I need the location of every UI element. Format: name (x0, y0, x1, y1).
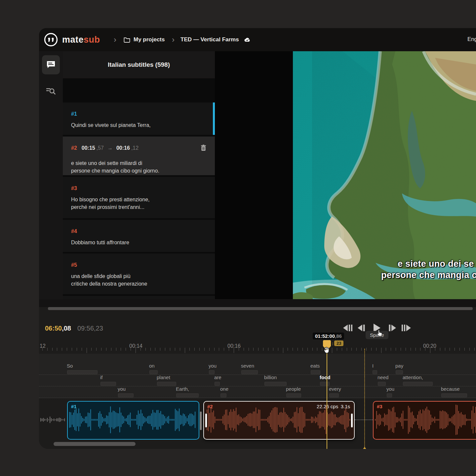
video-preview[interactable]: e siete uno dei se persone che mangia c (293, 51, 476, 299)
ruler-major-tick (234, 348, 234, 353)
word-label[interactable]: people (286, 386, 301, 392)
word-timing-bar[interactable] (209, 370, 215, 374)
word-timing-bar[interactable] (378, 382, 386, 386)
subtitle-item-6[interactable]: #6 Dove sei!? Dove sei!? (63, 296, 215, 299)
word-label[interactable]: need (377, 375, 388, 380)
step-back-button[interactable] (355, 323, 367, 333)
start-time[interactable]: 00:15 (82, 145, 95, 151)
matesub-logo[interactable]: matesub (44, 32, 100, 47)
subtitle-block-1[interactable]: #1 (67, 401, 199, 440)
ruler-minor-tick (145, 348, 146, 351)
word-label[interactable]: you (386, 386, 394, 392)
ruler-minor-tick (386, 348, 386, 351)
word-timing-bar[interactable] (149, 370, 158, 374)
word-label[interactable]: if (100, 375, 103, 380)
word-timing-bar[interactable] (215, 382, 220, 386)
end-time[interactable]: 00:16 (116, 145, 130, 151)
word-timing-bar[interactable] (403, 382, 433, 386)
word-timing-bar[interactable] (100, 382, 116, 386)
subtitle-text[interactable]: persone che mangia cibo ogni giorno. (71, 167, 207, 175)
lead-in-waveform (39, 416, 67, 425)
subtitle-item-1[interactable]: #1 Quindi se vivete sul pianeta Terra, (63, 102, 215, 135)
horizontal-scrollbar[interactable] (48, 307, 473, 310)
playhead-line[interactable] (327, 350, 327, 449)
word-label[interactable]: you (209, 363, 217, 369)
word-label[interactable]: every (329, 386, 341, 392)
word-timing-bar[interactable] (320, 382, 330, 386)
delete-subtitle-button[interactable] (201, 144, 206, 152)
word-label[interactable]: eats (310, 363, 320, 369)
word-timing-bar[interactable] (329, 393, 339, 397)
word-label[interactable]: because (441, 386, 460, 392)
word-label[interactable]: seven (241, 363, 254, 369)
word-timing-bar[interactable] (286, 393, 301, 397)
subtitle-text[interactable]: una delle sfide globali più (71, 272, 207, 280)
subtitle-item-5[interactable]: #5 una delle sfide globali più critiche … (63, 254, 215, 294)
word-timing-bar[interactable] (241, 370, 258, 374)
word-label[interactable]: billion (264, 375, 277, 380)
skip-forward-icon (401, 324, 411, 332)
block-number-label: #1 (71, 404, 77, 409)
block-end-handle[interactable] (350, 413, 353, 428)
word-label[interactable]: So (67, 363, 73, 369)
word-timing-bar[interactable] (311, 370, 320, 374)
subtitle-text[interactable]: Ho bisogno che presti attenzione, (71, 196, 207, 203)
word-timing-bar[interactable] (264, 382, 287, 386)
subtitles-panel-button[interactable] (42, 55, 60, 74)
subtitle-end-guide-marker[interactable] (362, 447, 367, 449)
word-label[interactable]: Earth, (176, 386, 189, 392)
word-timing-bar[interactable] (441, 393, 467, 397)
skip-back-button[interactable] (342, 323, 354, 333)
block-start-handle[interactable] (205, 413, 208, 428)
subtitle-text[interactable]: e siete uno dei sette miliardi di (71, 159, 207, 167)
timeline-ruler[interactable] (39, 348, 476, 354)
subtitle-timecodes[interactable]: 00:15,57 → 00:16,12 (82, 145, 139, 151)
breadcrumb-my-projects[interactable]: My projects (124, 28, 165, 51)
word-label[interactable]: planet (157, 375, 170, 380)
language-menu[interactable]: Eng (467, 36, 476, 43)
ruler-minor-tick (77, 348, 77, 351)
skip-forward-button[interactable] (400, 323, 412, 333)
word-label[interactable]: food (320, 375, 330, 380)
ruler-minor-tick (101, 348, 101, 351)
word-label[interactable]: on (149, 363, 155, 369)
step-forward-button[interactable] (387, 323, 399, 333)
word-label[interactable]: I (372, 363, 374, 369)
ruler-minor-tick (42, 348, 43, 351)
subtitle-item-2[interactable]: #2 00:15,57 → 00:16,12 (63, 137, 215, 175)
ruler-minor-tick (150, 348, 151, 351)
word-timing-bar[interactable] (118, 393, 134, 397)
word-timing-bar[interactable] (157, 382, 176, 386)
subtitle-text[interactable]: critiche della nostra generazione (71, 280, 207, 288)
word-timing-bar[interactable] (220, 393, 226, 397)
ruler-minor-tick (229, 348, 229, 351)
block-boundary-handle[interactable] (200, 412, 202, 430)
subtitle-text[interactable]: perché nei prossimi trent'anni... (71, 203, 207, 211)
subtitle-text[interactable]: Quindi se vivete sul pianeta Terra, (71, 121, 207, 129)
video-subtitle-overlay-line1: e siete uno dei se (398, 259, 474, 269)
ruler-minor-tick (121, 348, 121, 351)
word-timing-bar[interactable] (396, 370, 403, 374)
ruler-minor-tick (214, 348, 215, 351)
word-timing-bar[interactable] (387, 393, 392, 397)
waveform (374, 402, 476, 438)
subtitle-text[interactable]: Dobbiamo tutti affrontare (71, 239, 207, 246)
word-timing-bar[interactable] (373, 370, 377, 374)
subtitle-block-3[interactable]: #3 (373, 401, 476, 440)
word-timing-bar[interactable] (67, 370, 98, 374)
word-label[interactable]: are (214, 375, 221, 380)
word-label[interactable]: one (220, 386, 228, 392)
timeline-scrollbar[interactable] (54, 442, 136, 446)
ruler-minor-tick (194, 348, 195, 351)
scroll-position-indicator[interactable] (213, 102, 215, 135)
subtitle-item-4[interactable]: #4 Dobbiamo tutti affrontare (63, 220, 215, 252)
word-label[interactable]: attention, (403, 375, 423, 380)
search-subtitles-button[interactable] (42, 82, 60, 101)
word-label[interactable]: pay (395, 363, 403, 369)
word-timing-bar[interactable] (176, 393, 199, 397)
subtitle-block-2[interactable]: #222.26 cps 3.1s (203, 401, 355, 440)
subtitle-item-3[interactable]: #3 Ho bisogno che presti attenzione, per… (63, 177, 215, 218)
breadcrumb-project[interactable]: TED — Vertical Farms (180, 28, 251, 51)
word-label[interactable]: you (118, 386, 126, 392)
ruler-minor-tick (160, 348, 160, 351)
